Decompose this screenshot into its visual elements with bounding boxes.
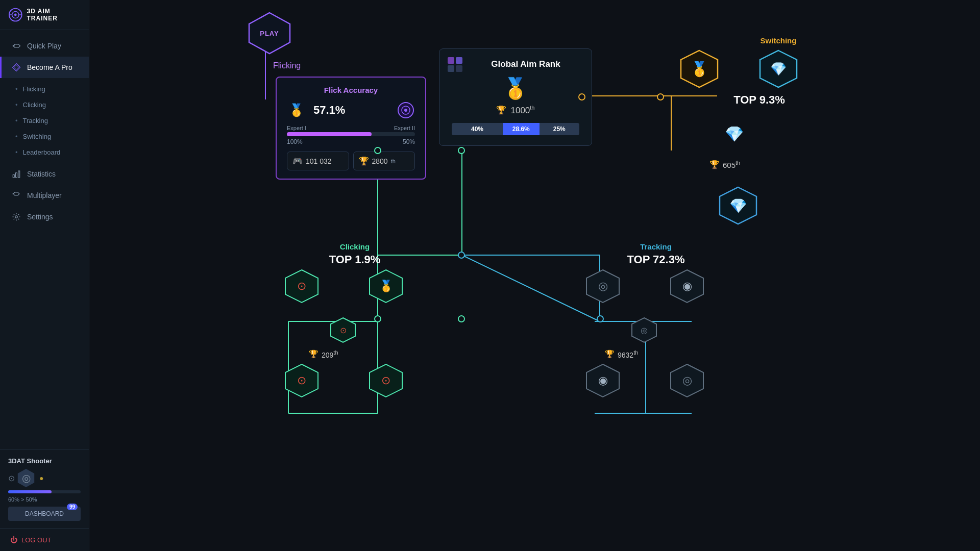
- svg-marker-6: [13, 64, 20, 71]
- tracking-label: Tracking: [23, 117, 48, 124]
- play-hexagon[interactable]: PLAY: [247, 10, 292, 56]
- progress-to-val: 50%: [403, 138, 415, 145]
- flick-progress-bar: [287, 132, 415, 136]
- main-content: PLAY Flicking Flick Accuracy 🥇 57.1% Exp…: [89, 0, 980, 551]
- clicking-mid-hex: ⊙: [329, 316, 357, 344]
- tracking-hex-bl: ◉: [584, 362, 621, 399]
- tracking-category-label: Tracking: [615, 242, 697, 251]
- statistics-icon: [12, 169, 21, 179]
- flick-rank-stat: 🏆 2800 th: [353, 152, 415, 170]
- switching-stats: TOP 9.3%: [720, 93, 799, 109]
- sidebar-item-settings[interactable]: Settings: [0, 206, 89, 228]
- flicking-label: Flicking: [23, 85, 45, 93]
- tracking-rank-row: 🏆 9632th: [605, 349, 638, 359]
- switching-hex-2: 💎: [758, 48, 799, 89]
- svg-line-27: [462, 255, 600, 321]
- switching-right-hex: 💎: [758, 48, 799, 89]
- flicking-section-label: Flicking: [273, 61, 301, 70]
- user-avatars: ⊙ ◎ ●: [8, 469, 81, 487]
- svg-point-12: [15, 216, 18, 218]
- settings-label: Settings: [27, 213, 53, 221]
- user-name: 3DAT Shooter: [8, 457, 81, 465]
- user-card: 3DAT Shooter ⊙ ◎ ● 60% > 50% DASHBOARD 9…: [0, 449, 89, 528]
- multiplayer-icon: [12, 191, 21, 200]
- rank-value: 2800: [372, 157, 388, 165]
- app-title: 3D AIM TRAINER: [27, 8, 81, 22]
- svg-point-38: [404, 109, 407, 112]
- tracking-mid-hex: ◎: [630, 316, 658, 344]
- sidebar-item-statistics[interactable]: Statistics: [0, 163, 89, 185]
- user-progress-bar-wrap: [8, 490, 81, 493]
- sidebar-item-become-pro[interactable]: Become A Pro: [0, 57, 89, 78]
- sidebar-item-quick-play[interactable]: Quick Play: [0, 35, 89, 57]
- settings-icon: [12, 212, 21, 221]
- clicking-category-label: Clicking: [314, 242, 396, 251]
- sidebar-item-leaderboard[interactable]: Leaderboard: [0, 144, 89, 160]
- trophy-icon-global: 🏆: [496, 105, 506, 115]
- sidebar-item-tracking[interactable]: Tracking: [0, 113, 89, 129]
- global-rank-bar: 40% 28.6% 25%: [452, 123, 579, 135]
- app-logo: 3D AIM TRAINER: [0, 0, 89, 30]
- trophy-icon-clicking: 🏆: [309, 349, 318, 359]
- switching-top-label: Switching: [758, 36, 799, 47]
- connector-dot-orange-left: [578, 93, 585, 101]
- flick-accuracy-row: 🥇 57.1%: [287, 101, 415, 120]
- controller-icon: 🎮: [292, 156, 303, 166]
- clicking-rank-row: 🏆 209th: [309, 349, 338, 359]
- dashboard-button[interactable]: DASHBOARD 99: [8, 507, 81, 521]
- switching-label: Switching: [23, 133, 52, 140]
- connector-dot-teal-left: [374, 147, 381, 154]
- global-rank-title: Global Aim Rank: [452, 59, 579, 69]
- connector-dot-teal-br: [458, 315, 465, 322]
- global-rank-icon: 🥇: [452, 77, 579, 101]
- statistics-label: Statistics: [27, 170, 56, 178]
- switching-bottom-hex: 💎: [718, 185, 758, 226]
- become-pro-label: Become A Pro: [27, 63, 72, 71]
- leaderboard-label: Leaderboard: [23, 148, 61, 156]
- color-sq-3: [448, 65, 454, 72]
- logout-button[interactable]: ⏻ LOG OUT: [0, 528, 89, 551]
- progress-labels: Expert I Expert II: [287, 125, 415, 131]
- sidebar-item-flicking[interactable]: Flicking: [0, 81, 89, 97]
- clicking-hex-bl: ⊙: [283, 362, 320, 399]
- pro-sub-navigation: Flicking Clicking Tracking Switching Lea…: [0, 78, 89, 163]
- trophy-icon-sm: 🏆: [359, 156, 369, 166]
- dashboard-label: DASHBOARD: [25, 510, 64, 517]
- connector-dot-blue-1: [458, 252, 465, 259]
- play-label[interactable]: PLAY: [260, 30, 279, 37]
- tracking-hex-br: ◎: [669, 362, 705, 399]
- clicking-hex-br: ⊙: [368, 362, 404, 399]
- avatar-icon: ◎: [22, 472, 31, 484]
- diamond-icon: [12, 63, 21, 72]
- sidebar-navigation: Quick Play Become A Pro Flicking Clickin…: [0, 30, 89, 449]
- rank-icon-gold: 🥇: [287, 101, 306, 120]
- switching-hex-1: 🥇: [679, 48, 720, 89]
- rank-bar-left: 40%: [452, 123, 503, 135]
- gun-icon: [12, 41, 21, 51]
- connector-dot-orange-mid: [657, 93, 664, 101]
- rank-suffix: th: [391, 158, 396, 164]
- logout-label: LOG OUT: [21, 536, 52, 544]
- switching-rank-num: 605th: [723, 160, 740, 169]
- play-node[interactable]: PLAY: [247, 10, 292, 56]
- switching-top-hex: 🥇: [679, 48, 720, 89]
- color-sq-1: [448, 57, 454, 64]
- connector-dot-blue-2: [597, 315, 604, 322]
- connector-dot-teal-bl: [374, 315, 381, 322]
- small-avatar-icon: ⊙: [8, 473, 15, 483]
- sidebar-item-multiplayer[interactable]: Multiplayer: [0, 185, 89, 206]
- tracking-hex-tr: ◉: [669, 268, 705, 305]
- tracking-top-pct: TOP 72.3%: [615, 253, 697, 266]
- sidebar-item-clicking[interactable]: Clicking: [0, 97, 89, 113]
- switching-mid-icon: 💎: [725, 125, 744, 143]
- color-sq-4: [456, 65, 462, 72]
- sidebar-item-switching[interactable]: Switching: [0, 129, 89, 144]
- main-avatar: ◎: [17, 469, 35, 487]
- switching-hex-3: 💎: [718, 185, 758, 226]
- quick-play-label: Quick Play: [27, 42, 61, 50]
- flick-pct-row: 100% 50%: [287, 138, 415, 145]
- rank-bar-right: 25%: [540, 123, 580, 135]
- plays-value: 101 032: [306, 157, 332, 165]
- accuracy-value: 57.1%: [313, 104, 345, 117]
- trophy-icon-switching: 🏆: [709, 160, 720, 169]
